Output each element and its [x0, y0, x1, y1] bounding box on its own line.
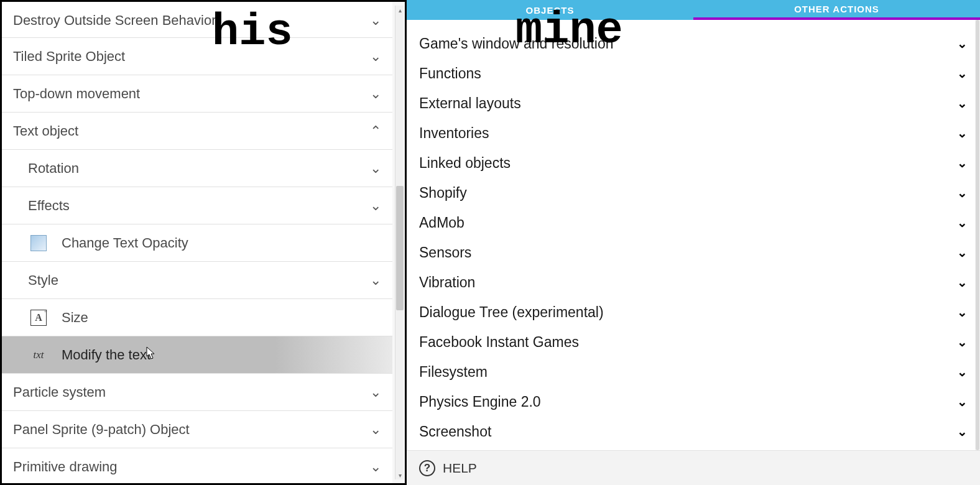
category-functions[interactable]: Functions ⌄	[419, 58, 968, 88]
help-label: HELP	[443, 461, 477, 476]
group-panel-sprite[interactable]: Panel Sprite (9-patch) Object ⌄	[2, 411, 392, 448]
category-sensors[interactable]: Sensors ⌄	[419, 238, 968, 267]
category-inventories[interactable]: Inventories ⌄	[419, 118, 968, 148]
right-category-list: Game's window and resolution ⌄ Functions…	[407, 20, 980, 446]
row-label: Primitive drawing	[13, 459, 118, 475]
chevron-down-icon: ⌄	[370, 384, 381, 400]
group-topdown-movement[interactable]: Top-down movement ⌄	[2, 75, 392, 113]
category-vibration[interactable]: Vibration ⌄	[419, 267, 968, 297]
right-scrollbar[interactable]	[975, 20, 980, 450]
row-label: Size	[62, 310, 88, 326]
group-tiled-sprite[interactable]: Tiled Sprite Object ⌄	[2, 38, 392, 75]
category-facebook-instant[interactable]: Facebook Instant Games ⌄	[419, 327, 968, 357]
row-label: Text object	[13, 123, 78, 139]
group-destroy-outside[interactable]: Destroy Outside Screen Behavior ⌄	[2, 2, 392, 38]
chevron-up-icon: ⌃	[370, 123, 381, 139]
chevron-down-icon: ⌄	[370, 272, 381, 289]
chevron-down-icon: ⌄	[370, 86, 381, 102]
tab-objects[interactable]: OBJECTS	[407, 0, 693, 20]
row-label: Functions	[419, 65, 481, 82]
chevron-down-icon: ⌄	[957, 215, 968, 230]
chevron-down-icon: ⌄	[370, 48, 381, 65]
chevron-down-icon: ⌄	[370, 160, 381, 177]
category-admob[interactable]: AdMob ⌄	[419, 208, 968, 238]
row-label: Physics Engine 2.0	[419, 394, 541, 410]
scroll-down-arrow-icon[interactable]: ▾	[395, 471, 404, 479]
category-shopify[interactable]: Shopify ⌄	[419, 178, 968, 208]
chevron-down-icon: ⌄	[957, 245, 968, 260]
row-label: Sensors	[419, 244, 471, 261]
row-label: Filesystem	[419, 364, 488, 381]
group-particle-system[interactable]: Particle system ⌄	[2, 374, 392, 411]
row-label: Effects	[28, 198, 70, 214]
chevron-down-icon: ⌄	[957, 394, 968, 409]
row-label: External layouts	[419, 95, 521, 112]
row-label: Game's window and resolution	[419, 35, 614, 52]
row-label: Linked objects	[419, 155, 511, 172]
row-label: Panel Sprite (9-patch) Object	[13, 422, 190, 438]
row-label: Tiled Sprite Object	[13, 48, 125, 65]
chevron-down-icon: ⌄	[370, 459, 381, 475]
row-label: Facebook Instant Games	[419, 334, 579, 351]
chevron-down-icon: ⌄	[957, 424, 968, 439]
chevron-down-icon: ⌄	[957, 275, 968, 290]
row-label: Change Text Opacity	[62, 235, 188, 251]
left-scroll-area: Destroy Outside Screen Behavior ⌄ Tiled …	[2, 2, 405, 483]
row-label: Shopify	[419, 185, 467, 201]
chevron-down-icon: ⌄	[370, 422, 381, 438]
right-tab-bar: OBJECTS OTHER ACTIONS	[407, 0, 980, 20]
chevron-down-icon: ⌄	[957, 36, 968, 51]
help-icon: ?	[419, 460, 435, 476]
category-linked-objects[interactable]: Linked objects ⌄	[419, 148, 968, 178]
row-label: Modify the text	[62, 347, 150, 363]
row-label: Destroy Outside Screen Behavior	[13, 12, 216, 29]
row-label: AdMob	[419, 215, 465, 231]
subgroup-rotation[interactable]: Rotation ⌄	[2, 150, 392, 187]
chevron-down-icon: ⌄	[370, 198, 381, 214]
category-external-layouts[interactable]: External layouts ⌄	[419, 88, 968, 118]
txt-icon: txt	[30, 347, 47, 363]
category-filesystem[interactable]: Filesystem ⌄	[419, 357, 968, 387]
chevron-down-icon: ⌄	[957, 155, 968, 170]
scroll-up-arrow-icon[interactable]: ▴	[395, 6, 404, 14]
chevron-down-icon: ⌄	[957, 364, 968, 379]
category-physics-engine[interactable]: Physics Engine 2.0 ⌄	[419, 387, 968, 417]
group-text-object[interactable]: Text object ⌃	[2, 113, 392, 150]
row-label: Rotation	[28, 160, 79, 177]
left-panel: his Destroy Outside Screen Behavior ⌄ Ti…	[0, 0, 407, 485]
action-change-text-opacity[interactable]: Change Text Opacity	[2, 224, 392, 262]
chevron-down-icon: ⌄	[370, 12, 381, 29]
tab-other-actions[interactable]: OTHER ACTIONS	[693, 0, 980, 20]
action-size[interactable]: A Size	[2, 299, 392, 336]
help-bar[interactable]: ? HELP	[407, 450, 980, 485]
category-dialogue-tree[interactable]: Dialogue Tree (experimental) ⌄	[419, 297, 968, 327]
row-label: Screenshot	[419, 423, 491, 440]
group-primitive-drawing[interactable]: Primitive drawing ⌄	[2, 448, 392, 483]
chevron-down-icon: ⌄	[957, 335, 968, 349]
chevron-down-icon: ⌄	[957, 96, 968, 111]
row-label: Inventories	[419, 125, 489, 142]
chevron-down-icon: ⌄	[957, 66, 968, 81]
row-label: Top-down movement	[13, 86, 140, 102]
chevron-down-icon: ⌄	[957, 185, 968, 200]
row-label: Particle system	[13, 384, 106, 400]
category-window-resolution[interactable]: Game's window and resolution ⌄	[419, 29, 968, 58]
scrollbar-thumb[interactable]	[396, 186, 404, 310]
left-scrollbar[interactable]: ▴ ▾	[395, 6, 404, 479]
opacity-icon	[30, 235, 47, 251]
row-label: Dialogue Tree (experimental)	[419, 304, 604, 321]
chevron-down-icon: ⌄	[957, 305, 968, 320]
subgroup-effects[interactable]: Effects ⌄	[2, 187, 392, 224]
font-size-icon: A	[30, 310, 47, 326]
scrollbar-thumb[interactable]	[976, 20, 979, 450]
row-label: Style	[28, 272, 58, 289]
left-action-list: Destroy Outside Screen Behavior ⌄ Tiled …	[2, 2, 392, 483]
subgroup-style[interactable]: Style ⌄	[2, 262, 392, 299]
action-modify-text[interactable]: txt Modify the text	[2, 336, 392, 374]
right-panel: mine OBJECTS OTHER ACTIONS Game's window…	[407, 0, 980, 485]
row-label: Vibration	[419, 274, 475, 291]
category-screenshot[interactable]: Screenshot ⌄	[419, 417, 968, 446]
chevron-down-icon: ⌄	[957, 126, 968, 141]
